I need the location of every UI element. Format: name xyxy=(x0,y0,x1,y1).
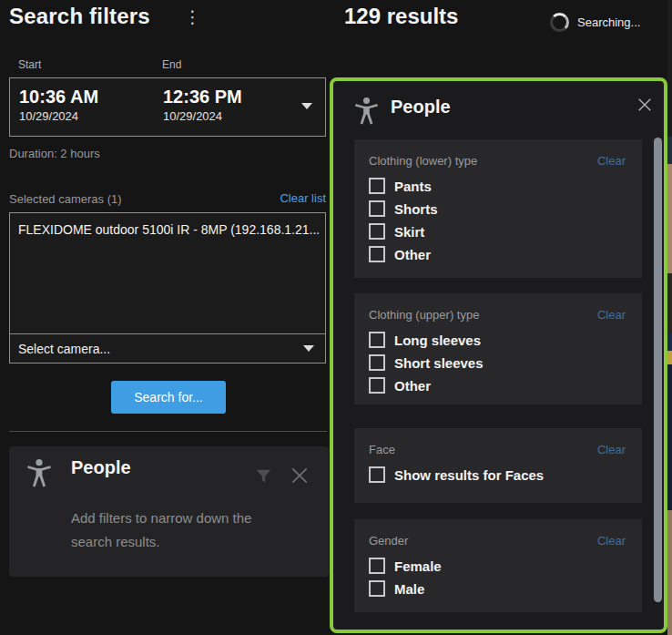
kebab-menu-icon[interactable]: ⋮ xyxy=(184,8,201,26)
selected-cameras-label: Selected cameras (1) xyxy=(9,192,122,206)
filter-icon[interactable] xyxy=(256,469,271,485)
filter-section-clothing-upper: Clothing (upper) type Clear Long sleeves… xyxy=(354,293,642,405)
checkbox-row-other-upper[interactable]: Other xyxy=(369,377,626,394)
camera-list-item[interactable]: FLEXIDOME outdoor 5100i IR - 8MP (192.16… xyxy=(18,222,319,237)
checkbox[interactable] xyxy=(369,200,385,217)
checkbox[interactable] xyxy=(369,377,385,394)
results-edge-strip xyxy=(667,510,672,635)
section-label: Clothing (lower) type xyxy=(369,154,477,168)
scrollbar-thumb[interactable] xyxy=(654,138,662,602)
checkbox[interactable] xyxy=(369,332,385,348)
checkbox-label: Other xyxy=(394,247,431,262)
searching-status: Searching... xyxy=(577,15,640,29)
results-edge-strip xyxy=(667,164,672,273)
results-edge-strip xyxy=(667,364,672,510)
checkbox-label: Shorts xyxy=(394,201,438,217)
results-edge-strip xyxy=(667,273,672,333)
search-for-button[interactable]: Search for... xyxy=(111,381,226,414)
checkbox-row-pants[interactable]: Pants xyxy=(369,178,626,194)
duration-text: Duration: 2 hours xyxy=(9,147,100,160)
people-card-title: People xyxy=(71,457,131,478)
filter-section-clothing-lower: Clothing (lower) type Clear Pants Shorts… xyxy=(354,139,642,278)
checkbox-label: Other xyxy=(394,378,431,394)
search-filters-screen: Search filters ⋮ 129 results Searching..… xyxy=(0,0,672,635)
results-edge-strip xyxy=(667,351,672,364)
clear-link[interactable]: Clear xyxy=(597,534,626,548)
checkbox-label: Pants xyxy=(394,179,432,194)
select-camera-placeholder: Select camera... xyxy=(18,342,110,356)
loading-spinner-icon xyxy=(550,13,569,32)
start-label: Start xyxy=(18,58,41,71)
people-card-description: Add filters to narrow down the search re… xyxy=(71,507,285,555)
clear-link[interactable]: Clear xyxy=(597,154,626,168)
section-divider xyxy=(9,431,327,432)
results-edge-strip xyxy=(667,333,672,351)
checkbox[interactable] xyxy=(369,580,385,597)
time-range-picker[interactable]: 10:36 AM 10/29/2024 12:36 PM 10/29/2024 xyxy=(9,77,326,137)
section-label: Face xyxy=(369,443,395,456)
checkbox-row-long-sleeves[interactable]: Long sleeves xyxy=(369,332,626,348)
section-label: Clothing (upper) type xyxy=(369,308,479,322)
clear-list-link[interactable]: Clear list xyxy=(280,191,326,205)
close-icon[interactable] xyxy=(290,466,310,486)
start-time[interactable]: 10:36 AM xyxy=(19,87,98,107)
person-icon xyxy=(26,459,52,490)
checkbox-label: Short sleeves xyxy=(394,355,484,371)
end-label: End xyxy=(162,58,181,71)
checkbox-row-female[interactable]: Female xyxy=(369,558,626,574)
popup-title: People xyxy=(391,97,451,118)
checkbox-label: Long sleeves xyxy=(394,333,481,348)
checkbox[interactable] xyxy=(369,246,385,262)
checkbox[interactable] xyxy=(369,354,385,371)
people-filter-card: People Add filters to narrow down the se… xyxy=(9,446,329,577)
end-date[interactable]: 10/29/2024 xyxy=(163,109,242,123)
checkbox[interactable] xyxy=(369,466,385,483)
checkbox[interactable] xyxy=(369,223,385,240)
results-count: 129 results xyxy=(344,4,458,29)
filter-section-gender: Gender Clear Female Male xyxy=(354,519,642,612)
clear-link[interactable]: Clear xyxy=(597,308,626,322)
checkbox[interactable] xyxy=(369,178,385,194)
clear-link[interactable]: Clear xyxy=(597,443,626,456)
end-time[interactable]: 12:36 PM xyxy=(163,87,242,107)
person-icon xyxy=(354,97,379,128)
results-edge-strip xyxy=(667,137,672,164)
filter-section-face: Face Clear Show results for Faces xyxy=(354,428,642,503)
checkbox-row-skirt[interactable]: Skirt xyxy=(369,223,626,240)
results-edge-strip xyxy=(667,0,672,137)
checkbox[interactable] xyxy=(369,558,385,574)
checkbox-label: Show results for Faces xyxy=(394,467,544,483)
checkbox-row-shorts[interactable]: Shorts xyxy=(369,200,626,217)
page-title: Search filters xyxy=(9,4,150,29)
checkbox-row-short-sleeves[interactable]: Short sleeves xyxy=(369,354,626,371)
chevron-down-icon[interactable] xyxy=(301,103,312,109)
checkbox-row-show-faces[interactable]: Show results for Faces xyxy=(369,466,626,483)
people-filter-popup: People Clothing (lower) type Clear Pants… xyxy=(330,77,667,633)
select-camera-dropdown[interactable]: Select camera... xyxy=(10,333,325,363)
start-date[interactable]: 10/29/2024 xyxy=(19,109,98,123)
chevron-down-icon xyxy=(303,345,314,352)
checkbox-label: Female xyxy=(394,558,442,574)
checkbox-row-other-lower[interactable]: Other xyxy=(369,246,626,262)
checkbox-row-male[interactable]: Male xyxy=(369,580,626,597)
checkbox-label: Male xyxy=(394,581,424,597)
section-label: Gender xyxy=(369,534,408,548)
close-icon[interactable] xyxy=(636,97,653,113)
selected-cameras-list: FLEXIDOME outdoor 5100i IR - 8MP (192.16… xyxy=(9,212,326,364)
checkbox-label: Skirt xyxy=(394,224,424,240)
